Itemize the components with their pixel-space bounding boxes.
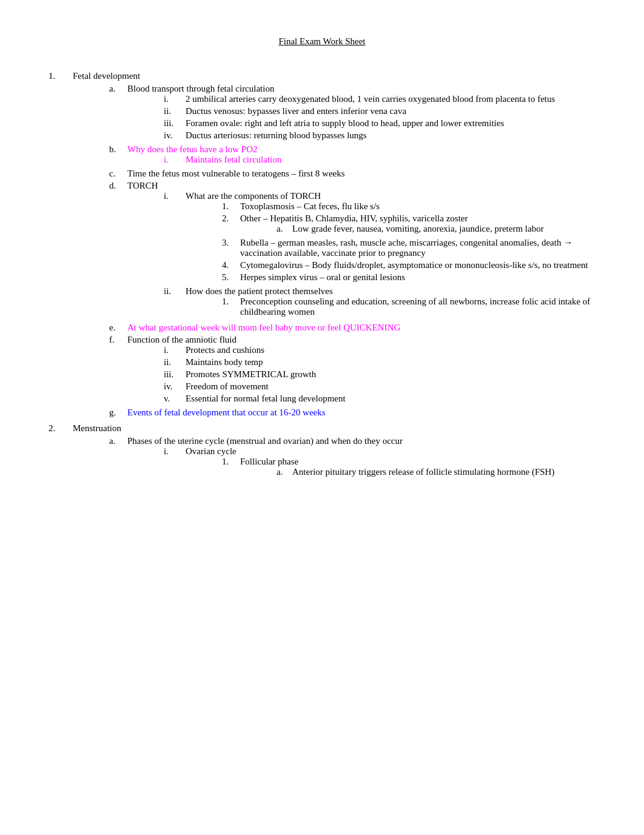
roman-content: Ductus venosus: bypasses liver and enter… [186,106,595,116]
num-content: Rubella – german measles, rash, muscle a… [240,238,595,258]
section-item: 2. Menstruation a. Phases of the uterine… [49,423,595,485]
roman-marker: i. [164,155,186,165]
num-marker: 1. [222,457,240,467]
roman-content: What are the components of TORCH 1. Toxo… [186,191,595,284]
roman-item: ii. How does the patient protect themsel… [164,286,595,319]
roman-marker: i. [164,94,186,104]
roman-content: Ovarian cycle 1. Follicular phase a. Ant… [186,446,595,481]
a-content: Function of the amniotic fluid i. Protec… [127,335,595,406]
alpha-item: a. Low grade fever, nausea, vomiting, an… [277,224,595,234]
a-content: Events of fetal development that occur a… [127,407,595,418]
a-item: d. TORCH i. What are the components of T… [109,181,595,321]
alpha-content: Low grade fever, nausea, vomiting, anore… [292,224,595,234]
alpha-marker: a. [277,224,292,234]
alpha-item: a. Anterior pituitary triggers release o… [277,467,595,477]
roman-content: How does the patient protect themselves … [186,286,595,319]
roman-item: iv. Ductus arteriosus: returning blood b… [164,130,595,141]
num-content: Preconception counseling and education, … [240,297,595,317]
section-content: Menstruation a. Phases of the uterine cy… [73,423,595,485]
section-num: 2. [49,423,73,434]
a-content: Why does the fetus have a low PO2 i. Mai… [127,144,595,167]
numbered-item: 1. Preconception counseling and educatio… [222,297,595,317]
num-marker: 1. [222,201,240,212]
roman-marker: ii. [164,286,186,297]
a-marker: e. [109,323,127,333]
level1-row: 1. Fetal development a. Blood transport … [49,71,595,420]
main-list: 1. Fetal development a. Blood transport … [49,71,595,485]
numbered-item: 2. Other – Hepatitis B, Chlamydia, HIV, … [222,213,595,236]
section-content: Fetal development a. Blood transport thr… [73,71,595,420]
roman-item: i. What are the components of TORCH 1. T… [164,191,595,284]
roman-marker: ii. [164,357,186,367]
roman-item: i. Protects and cushions [164,345,595,355]
num-marker: 2. [222,213,240,224]
roman-item: v. Essential for normal fetal lung devel… [164,394,595,404]
a-item: e. At what gestational week will mom fee… [109,323,595,333]
page-container: Final Exam Work Sheet 1. Fetal developme… [49,36,595,485]
num-marker: 5. [222,272,240,283]
roman-item: iv. Freedom of movement [164,381,595,392]
page-title: Final Exam Work Sheet [49,36,595,47]
a-content: At what gestational week will mom feel b… [127,323,595,333]
alpha-content: Anterior pituitary triggers release of f… [292,467,595,477]
a-marker: f. [109,335,127,345]
a-marker: a. [109,84,127,94]
num-marker: 1. [222,297,240,307]
roman-marker: iv. [164,381,186,392]
roman-content: Promotes SYMMETRICAL growth [186,369,595,380]
roman-item: i. Maintains fetal circulation [164,155,595,165]
a-content: Phases of the uterine cycle (menstrual a… [127,436,595,483]
sub-a-list: a. Phases of the uterine cycle (menstrua… [109,436,595,483]
sub-a-list: a. Blood transport through fetal circula… [109,84,595,418]
roman-marker: iv. [164,130,186,141]
numbered-item: 5. Herpes simplex virus – oral or genita… [222,272,595,283]
roman-marker: iii. [164,118,186,129]
roman-marker: i. [164,345,186,355]
roman-marker: iii. [164,369,186,380]
a-marker: c. [109,169,127,179]
a-item: b. Why does the fetus have a low PO2 i. … [109,144,595,167]
num-content: Herpes simplex virus – oral or genital l… [240,272,595,283]
numbered-item: 1. Toxoplasmosis – Cat feces, flu like s… [222,201,595,212]
a-marker: g. [109,407,127,418]
a-item: g. Events of fetal development that occu… [109,407,595,418]
a-item: f. Function of the amniotic fluid i. Pro… [109,335,595,406]
roman-item: iii. Promotes SYMMETRICAL growth [164,369,595,380]
numbered-item: 1. Follicular phase a. Anterior pituitar… [222,457,595,479]
roman-item: ii. Maintains body temp [164,357,595,367]
roman-content: Protects and cushions [186,345,595,355]
roman-item: ii. Ductus venosus: bypasses liver and e… [164,106,595,116]
alpha-marker: a. [277,467,292,477]
roman-content: 2 umbilical arteries carry deoxygenated … [186,94,595,104]
roman-marker: v. [164,394,186,404]
num-marker: 3. [222,238,240,248]
roman-marker: i. [164,191,186,201]
section-item: 1. Fetal development a. Blood transport … [49,71,595,420]
num-marker: 4. [222,260,240,270]
numbered-item: 4. Cytomegalovirus – Body fluids/droplet… [222,260,595,270]
section-label: Menstruation [73,423,595,434]
a-marker: a. [109,436,127,446]
a-marker: d. [109,181,127,191]
a-content: Time the fetus most vulnerable to terato… [127,169,595,179]
numbered-item: 3. Rubella – german measles, rash, muscl… [222,238,595,258]
roman-content: Essential for normal fetal lung developm… [186,394,595,404]
roman-content: Foramen ovale: right and left atria to s… [186,118,595,129]
a-content: Blood transport through fetal circulatio… [127,84,595,143]
a-content: TORCH i. What are the components of TORC… [127,181,595,321]
roman-content: Freedom of movement [186,381,595,392]
a-marker: b. [109,144,127,155]
roman-content: Ductus arteriosus: returning blood bypas… [186,130,595,141]
num-content: Follicular phase a. Anterior pituitary t… [240,457,595,479]
a-item: a. Blood transport through fetal circula… [109,84,595,143]
num-content: Toxoplasmosis – Cat feces, flu like s/s [240,201,595,212]
roman-item: i. Ovarian cycle 1. Follicular phase a. … [164,446,595,481]
level1-row: 2. Menstruation a. Phases of the uterine… [49,423,595,485]
roman-marker: ii. [164,106,186,116]
roman-item: i. 2 umbilical arteries carry deoxygenat… [164,94,595,104]
a-item: c. Time the fetus most vulnerable to ter… [109,169,595,179]
section-label: Fetal development [73,71,595,81]
section-num: 1. [49,71,73,81]
num-content: Other – Hepatitis B, Chlamydia, HIV, syp… [240,213,595,236]
roman-item: iii. Foramen ovale: right and left atria… [164,118,595,129]
